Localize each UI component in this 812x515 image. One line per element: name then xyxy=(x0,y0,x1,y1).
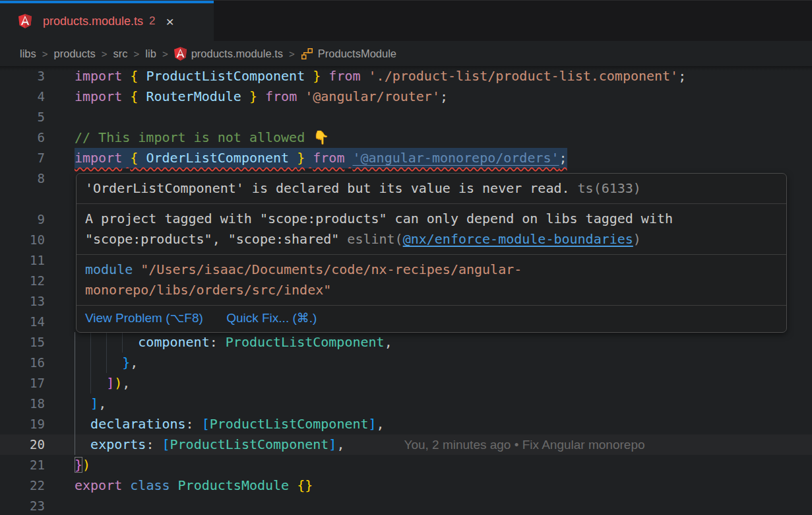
eslint-rule-link[interactable]: @nx/enforce-module-boundaries xyxy=(403,231,633,247)
line-number[interactable]: 6 xyxy=(0,127,45,148)
indent-guide xyxy=(75,332,75,353)
indent-guide xyxy=(75,414,75,434)
code-row: 5 xyxy=(0,107,812,127)
line-number[interactable]: 5 xyxy=(0,107,45,127)
line-number[interactable]: 3 xyxy=(0,66,45,86)
code-token: exports xyxy=(90,436,146,452)
code-token: ] xyxy=(328,436,336,452)
code-editor[interactable]: 3import { ProductListComponent } from '.… xyxy=(0,66,812,515)
quick-fix-action[interactable]: Quick Fix... (⌘.) xyxy=(226,311,317,325)
indent-guide xyxy=(75,434,75,455)
code-token: , xyxy=(336,436,344,452)
code-row: 16 }, xyxy=(0,353,812,373)
breadcrumb-item-products-module-ts[interactable]: products.module.ts xyxy=(174,47,283,61)
breadcrumb-item-src[interactable]: src xyxy=(113,48,128,60)
breadcrumb-item-libs[interactable]: libs xyxy=(20,48,36,60)
code-row: 17 ]), xyxy=(0,373,812,394)
line-number[interactable]: 17 xyxy=(0,373,45,394)
code-line[interactable]: exports: [ProductListComponent], xyxy=(75,434,344,455)
code-token xyxy=(344,150,352,166)
code-line[interactable]: declarations: [ProductListComponent], xyxy=(75,414,385,434)
code-token xyxy=(257,88,265,104)
tab-problem-badge: 2 xyxy=(149,15,155,28)
code-token: ) xyxy=(114,375,122,391)
indent-guide xyxy=(75,373,75,394)
line-number[interactable]: 10 xyxy=(0,230,45,250)
code-token xyxy=(122,150,130,166)
hover-eslint-line1: A project tagged with "scope:products" c… xyxy=(85,211,673,226)
code-token: from xyxy=(265,88,297,104)
line-number[interactable]: 21 xyxy=(0,455,45,475)
code-line[interactable]: export class ProductsModule {} xyxy=(75,475,313,496)
indent-guide xyxy=(106,332,107,353)
hover-module-info: module "/Users/isaac/Documents/code/nx-r… xyxy=(77,254,786,305)
line-number[interactable]: 14 xyxy=(0,312,45,332)
indent-guide xyxy=(90,373,91,394)
code-token: : xyxy=(146,436,162,452)
active-tab-accent xyxy=(0,1,214,3)
code-token: RouterModule xyxy=(138,88,249,104)
line-number[interactable]: 12 xyxy=(0,271,45,291)
code-token: { xyxy=(130,150,138,166)
code-line[interactable]: import { OrderListComponent } from '@ang… xyxy=(75,148,567,168)
code-token: from xyxy=(313,150,344,166)
code-token: ] xyxy=(106,375,114,391)
code-row: 4import { RouterModule } from '@angular/… xyxy=(0,86,812,107)
code-token: } xyxy=(313,68,321,84)
code-token: [ xyxy=(202,416,210,432)
code-token: : xyxy=(186,416,202,432)
code-token xyxy=(321,68,328,84)
angular-icon xyxy=(174,47,187,61)
breadcrumb-item-products[interactable]: products xyxy=(54,48,96,60)
breadcrumb-separator: > xyxy=(102,48,108,59)
code-token: '@angular-monorepo/orders' xyxy=(352,150,559,166)
code-token: import xyxy=(75,150,122,166)
line-number[interactable]: 22 xyxy=(0,475,45,496)
line-number[interactable]: 16 xyxy=(0,353,45,373)
code-token: import xyxy=(75,88,122,104)
code-line[interactable]: ], xyxy=(75,394,106,414)
code-line[interactable]: import { RouterModule } from '@angular/r… xyxy=(75,86,448,107)
code-line[interactable]: ]), xyxy=(75,373,130,394)
view-problem-action[interactable]: View Problem (⌥F8) xyxy=(85,311,203,325)
code-token xyxy=(297,88,305,104)
code-line[interactable]: }) xyxy=(75,455,90,475)
hover-module-path-line1: "/Users/isaac/Documents/code/nx-recipes/… xyxy=(133,261,522,277)
code-token: {} xyxy=(297,477,313,493)
code-token: './product-list/product-list.component' xyxy=(369,68,679,84)
code-token: ; xyxy=(440,88,448,104)
code-token: { xyxy=(130,88,138,104)
breadcrumb-item-lib[interactable]: lib xyxy=(145,48,156,60)
code-token: OrderListComponent xyxy=(138,150,297,166)
hover-module-keyword: module xyxy=(85,261,133,277)
breadcrumb-item-productsmodule[interactable]: ProductsModule xyxy=(301,48,396,60)
line-number[interactable]: 20 xyxy=(0,434,45,455)
line-number[interactable]: 13 xyxy=(0,291,45,312)
code-row: 22export class ProductsModule {} xyxy=(0,475,812,496)
code-token: ProductListComponent xyxy=(138,68,313,84)
close-icon[interactable]: × xyxy=(166,15,174,28)
breadcrumb-label: products xyxy=(54,48,96,60)
line-number[interactable]: 9 xyxy=(0,209,45,230)
line-number[interactable]: 15 xyxy=(0,332,45,353)
breadcrumb: libs>products>src>lib>products.module.ts… xyxy=(0,41,812,66)
code-row: 19 declarations: [ProductListComponent], xyxy=(0,414,812,434)
line-number[interactable]: 19 xyxy=(0,414,45,434)
line-number[interactable]: 8 xyxy=(0,168,45,189)
line-number[interactable]: 11 xyxy=(0,250,45,271)
code-token: ] xyxy=(90,395,98,411)
tab-products-module[interactable]: products.module.ts 2 × xyxy=(0,1,214,42)
line-number[interactable]: 7 xyxy=(0,148,45,168)
code-token: , xyxy=(385,334,392,350)
line-number[interactable]: 4 xyxy=(0,86,45,107)
indent-guide xyxy=(90,353,91,373)
code-line[interactable]: // This import is not allowed 👇 xyxy=(75,127,329,148)
code-line[interactable]: import { ProductListComponent } from './… xyxy=(75,66,686,86)
tab-bar: products.module.ts 2 × xyxy=(0,0,812,41)
code-row: 20 exports: [ProductListComponent],You, … xyxy=(0,434,812,455)
indent-guide xyxy=(75,394,75,414)
line-number[interactable]: 18 xyxy=(0,394,45,414)
breadcrumb-label: lib xyxy=(145,48,156,60)
line-number[interactable]: 23 xyxy=(0,496,45,515)
code-token: } xyxy=(122,355,130,370)
